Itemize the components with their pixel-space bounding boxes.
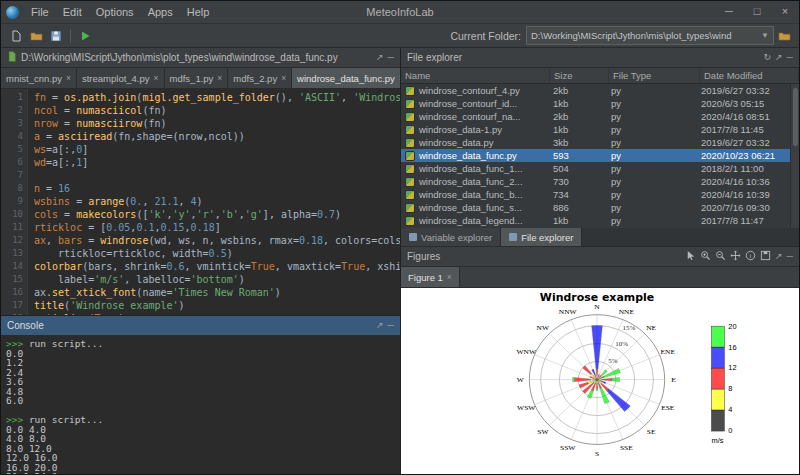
minimize-panel-icon[interactable]: ─ (388, 316, 394, 335)
minimize-panel-icon[interactable]: ─ (787, 247, 793, 266)
code-token: True (341, 261, 365, 272)
zoom-out-icon[interactable] (715, 250, 726, 263)
chart-text: SE (647, 427, 656, 436)
chart-text: 16 (728, 343, 736, 352)
chart-text: SW (537, 427, 548, 436)
code-token: = [ (82, 222, 106, 233)
file-table-row[interactable]: windrose_data_func_s...886py2020/7/16 09… (401, 201, 791, 214)
tab-close-icon[interactable]: × (281, 73, 286, 83)
code-token: 0.7 (317, 209, 335, 220)
chevron-down-icon[interactable]: ▼ (757, 31, 769, 40)
close-button[interactable]: × (771, 1, 799, 23)
file-table-row[interactable]: windrose_data_func_b...734py2020/4/16 10… (401, 188, 791, 201)
tab-close-icon[interactable]: × (66, 73, 71, 83)
code-token: os.path.join (64, 92, 136, 103)
maximize-button[interactable]: □ (743, 1, 771, 23)
code-token: 0.5 (209, 248, 227, 259)
new-file-icon[interactable] (7, 27, 25, 45)
menu-apps[interactable]: Apps (141, 1, 180, 23)
code-token: numasciicol (76, 105, 142, 116)
code-editor[interactable]: 123456789101112131415161718 fn = os.path… (1, 89, 400, 315)
figure-canvas[interactable]: Windrose exampleNNNENEENEEESESESSESSSWSW… (401, 288, 799, 474)
file-table-row[interactable]: windrose_data_func_2...730py2020/4/16 10… (401, 175, 791, 188)
file-table-row[interactable]: windrose_data_legen...1kbpy2017/7/8 11:4… (401, 227, 791, 228)
current-folder-combobox[interactable]: D:\Working\MIScript\Jython\mis\plot_type… (526, 26, 774, 45)
python-file-icon (405, 125, 415, 135)
file-type-cell: py (607, 176, 697, 187)
menu-help[interactable]: Help (180, 1, 217, 23)
identify-icon[interactable]: i (745, 250, 756, 263)
editor-tab[interactable]: mdfs_2.py× (228, 68, 292, 88)
code-token: , (46, 235, 58, 246)
titlebar: FileEditOptionsAppsHelp MeteoInfoLab ─ □… (1, 1, 799, 24)
float-panel-icon[interactable]: ↗ (775, 48, 783, 67)
tab-close-icon[interactable]: × (399, 73, 400, 83)
save-figure-icon[interactable] (760, 250, 771, 263)
file-explorer-header: File explorer ↻ ↗ ─ (401, 48, 799, 68)
tab-close-icon[interactable]: × (217, 73, 222, 83)
save-icon[interactable] (47, 27, 65, 45)
file-table-row[interactable]: windrose_contourf_id...1kbpy2020/6/3 05:… (401, 97, 791, 110)
figure-tab[interactable]: Figure 1 × (401, 267, 460, 287)
line-number: 17 (1, 299, 23, 312)
code-line: wd=a[:,1] (34, 156, 400, 169)
float-panel-icon[interactable]: ↗ (376, 316, 384, 335)
chart-text: 8 (728, 385, 732, 394)
tab-variable-explorer[interactable]: Variable explorer (401, 228, 501, 246)
menu-options[interactable]: Options (89, 1, 141, 23)
float-panel-icon[interactable]: ↗ (775, 247, 783, 266)
open-folder-icon[interactable] (27, 27, 45, 45)
refresh-icon[interactable]: ↻ (764, 48, 772, 67)
file-size-cell: 504 (549, 163, 607, 174)
run-script-icon[interactable] (76, 27, 94, 45)
file-table-row[interactable]: windrose_contourf_4.py2kbpy2019/6/27 03:… (401, 84, 791, 97)
minimize-panel-icon[interactable]: ─ (388, 48, 394, 67)
column-header-name[interactable]: Name (401, 68, 550, 83)
menu-edit[interactable]: Edit (56, 1, 89, 23)
code-line: fn = os.path.join(migl.get_sample_folder… (34, 91, 400, 104)
file-name-cell: windrose_contourf_id... (401, 98, 549, 109)
minimize-panel-icon[interactable]: ─ (787, 48, 793, 67)
file-table-row[interactable]: windrose_data_legend...1kbpy2017/7/8 11:… (401, 214, 791, 227)
browse-folder-icon[interactable] (775, 27, 793, 45)
python-file-icon (405, 177, 415, 187)
tab-close-icon[interactable]: × (154, 73, 159, 83)
file-table-scrollbar[interactable] (790, 84, 799, 228)
editor-tab[interactable]: mnist_cnn.py× (1, 68, 77, 88)
pointer-icon[interactable] (685, 250, 696, 263)
code-token: (fn) (142, 118, 166, 129)
file-table-row[interactable]: windrose_data-1.py1kbpy2017/7/8 11:45 (401, 123, 791, 136)
console-line: >>> run script... (6, 339, 395, 349)
minimize-button[interactable]: ─ (715, 1, 743, 23)
editor-tab[interactable]: windrose_data_func.py× (292, 68, 400, 88)
python-file-icon (405, 138, 415, 148)
file-table-row[interactable]: windrose_data_func.py593py2020/10/23 06:… (401, 149, 791, 162)
file-table-row[interactable]: windrose_data.py3kbpy2019/6/27 03:32 (401, 136, 791, 149)
editor-code[interactable]: fn = os.path.join(migl.get_sample_folder… (28, 89, 400, 315)
right-panel: File explorer ↻ ↗ ─ Name Size File Type … (401, 48, 799, 474)
editor-tab[interactable]: mdfs_1.py× (165, 68, 229, 88)
column-header-datemodified[interactable]: Date Modified (700, 68, 799, 83)
windrose-bar (607, 389, 631, 412)
file-size-cell: 730 (549, 176, 607, 187)
code-line: nrow = numasciirow(fn) (34, 117, 400, 130)
code-token: , (142, 196, 154, 207)
code-line: title('Windrose example') (34, 299, 400, 312)
float-panel-icon[interactable]: ↗ (376, 48, 384, 67)
column-header-size[interactable]: Size (550, 68, 609, 83)
code-line: ax.set_xtick_font(name='Times New Roman'… (34, 286, 400, 299)
console-output[interactable]: >>> run script...0.01.22.43.64.86.0 >>> … (1, 336, 400, 474)
column-header-filetype[interactable]: File Type (609, 68, 700, 83)
console-line: 4.0 8.0 (6, 434, 395, 444)
editor-tab[interactable]: streamplot_4.py× (77, 68, 165, 88)
file-table-row[interactable]: windrose_data_func_1...504py2018/2/1 11:… (401, 162, 791, 175)
chart-text: m/s (711, 436, 723, 445)
file-table-row[interactable]: windrose_contourf_na...2kbpy2020/4/16 08… (401, 110, 791, 123)
menu-file[interactable]: File (24, 1, 56, 23)
tab-file-explorer[interactable]: File explorer (501, 228, 582, 246)
tab-close-icon[interactable]: × (447, 272, 452, 282)
file-name: windrose_data_legend... (419, 215, 523, 226)
scrollbar-thumb[interactable] (793, 88, 798, 146)
zoom-in-icon[interactable] (700, 250, 711, 263)
pan-icon[interactable] (730, 250, 741, 263)
